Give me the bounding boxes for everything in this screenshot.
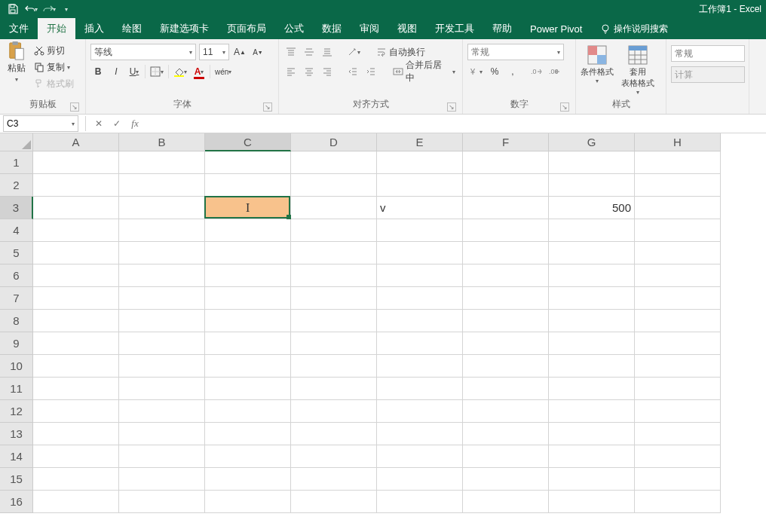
tell-me[interactable]: 操作说明搜索 <box>600 18 668 39</box>
cell-H4[interactable] <box>635 219 721 242</box>
cell-B13[interactable] <box>119 423 205 445</box>
cell-E3[interactable]: v <box>377 197 463 219</box>
cell-C6[interactable] <box>205 264 291 287</box>
row-header-11[interactable]: 11 <box>0 378 33 400</box>
tab-file[interactable]: 文件 <box>0 18 38 39</box>
cell-F3[interactable] <box>463 197 549 219</box>
align-right-button[interactable] <box>320 63 335 80</box>
cell-A2[interactable] <box>33 174 119 197</box>
cell-F13[interactable] <box>463 423 549 445</box>
cell-E11[interactable] <box>377 378 463 400</box>
cell-D3[interactable] <box>291 197 377 219</box>
cell-E6[interactable] <box>377 264 463 287</box>
cell-H1[interactable] <box>635 151 721 174</box>
font-size-combo[interactable]: 11▾ <box>199 44 229 60</box>
cell-C7[interactable] <box>205 287 291 310</box>
cell-A3[interactable] <box>33 197 119 219</box>
cell-F15[interactable] <box>463 468 549 491</box>
cell-A6[interactable] <box>33 264 119 287</box>
qat-customize-icon[interactable]: ▾ <box>59 1 75 17</box>
cell-E13[interactable] <box>377 423 463 445</box>
row-header-7[interactable]: 7 <box>0 287 33 310</box>
cell-A14[interactable] <box>33 445 119 468</box>
format-as-table-button[interactable]: 套用 表格格式▾ <box>621 44 654 96</box>
tab-insert[interactable]: 插入 <box>75 18 113 39</box>
cell-G9[interactable] <box>549 332 635 355</box>
cell-A8[interactable] <box>33 310 119 332</box>
cell-H16[interactable] <box>635 491 721 513</box>
tab-newtab[interactable]: 新建选项卡 <box>151 18 218 39</box>
merge-center-button[interactable]: 合并后居中▾ <box>391 63 458 80</box>
cell-B7[interactable] <box>119 287 205 310</box>
cell-H9[interactable] <box>635 332 721 355</box>
cell-D8[interactable] <box>291 310 377 332</box>
cell-H7[interactable] <box>635 287 721 310</box>
cell-D11[interactable] <box>291 378 377 400</box>
cell-D1[interactable] <box>291 151 377 174</box>
paste-dropdown-icon[interactable]: ▾ <box>15 76 18 83</box>
cell-G8[interactable] <box>549 310 635 332</box>
cell-E5[interactable] <box>377 242 463 264</box>
cell-B10[interactable] <box>119 355 205 378</box>
tab-developer[interactable]: 开发工具 <box>426 18 483 39</box>
cell-H13[interactable] <box>635 423 721 445</box>
cell-B5[interactable] <box>119 242 205 264</box>
font-name-combo[interactable]: 等线▾ <box>90 44 196 60</box>
cell-G7[interactable] <box>549 287 635 310</box>
increase-indent-button[interactable] <box>363 63 378 80</box>
decrease-font-button[interactable]: A▼ <box>250 44 265 60</box>
cell-A7[interactable] <box>33 287 119 310</box>
column-header-F[interactable]: F <box>463 133 549 151</box>
cell-B9[interactable] <box>119 332 205 355</box>
cell-F16[interactable] <box>463 491 549 513</box>
redo-icon[interactable]: ▾ <box>41 1 57 17</box>
cell-C15[interactable] <box>205 468 291 491</box>
cell-D7[interactable] <box>291 287 377 310</box>
cell-G14[interactable] <box>549 445 635 468</box>
wrap-text-button[interactable]: 自动换行 <box>374 44 427 60</box>
cell-G13[interactable] <box>549 423 635 445</box>
cell-style-general[interactable]: 常规 <box>671 45 745 62</box>
row-header-10[interactable]: 10 <box>0 355 33 378</box>
cell-C12[interactable] <box>205 400 291 423</box>
format-painter-button[interactable]: 格式刷 <box>32 75 76 92</box>
cell-E16[interactable] <box>377 491 463 513</box>
cell-C2[interactable] <box>205 174 291 197</box>
cell-A10[interactable] <box>33 355 119 378</box>
cell-A5[interactable] <box>33 242 119 264</box>
cell-H8[interactable] <box>635 310 721 332</box>
cell-F12[interactable] <box>463 400 549 423</box>
cell-C16[interactable] <box>205 491 291 513</box>
save-icon[interactable] <box>5 1 21 17</box>
font-color-button[interactable]: A▾ <box>192 63 207 80</box>
row-header-8[interactable]: 8 <box>0 310 33 332</box>
comma-button[interactable]: , <box>505 63 520 80</box>
row-header-14[interactable]: 14 <box>0 445 33 468</box>
cell-H15[interactable] <box>635 468 721 491</box>
column-header-G[interactable]: G <box>549 133 635 151</box>
number-format-combo[interactable]: 常规▾ <box>467 44 564 60</box>
cell-B1[interactable] <box>119 151 205 174</box>
column-header-C[interactable]: C <box>205 133 291 151</box>
cell-C13[interactable] <box>205 423 291 445</box>
increase-font-button[interactable]: A▲ <box>232 44 247 60</box>
cell-E9[interactable] <box>377 332 463 355</box>
align-left-button[interactable] <box>283 63 299 80</box>
cell-D4[interactable] <box>291 219 377 242</box>
row-header-2[interactable]: 2 <box>0 174 33 197</box>
cell-G16[interactable] <box>549 491 635 513</box>
cell-F8[interactable] <box>463 310 549 332</box>
undo-dropdown-icon[interactable]: ▾ <box>35 6 38 13</box>
cell-F10[interactable] <box>463 355 549 378</box>
cell-E14[interactable] <box>377 445 463 468</box>
cell-F14[interactable] <box>463 445 549 468</box>
cell-style-calc[interactable]: 计算 <box>671 66 745 83</box>
cell-G5[interactable] <box>549 242 635 264</box>
cell-H11[interactable] <box>635 378 721 400</box>
row-header-16[interactable]: 16 <box>0 491 33 513</box>
cell-D14[interactable] <box>291 445 377 468</box>
cell-E15[interactable] <box>377 468 463 491</box>
cell-B15[interactable] <box>119 468 205 491</box>
cell-B16[interactable] <box>119 491 205 513</box>
cell-G6[interactable] <box>549 264 635 287</box>
